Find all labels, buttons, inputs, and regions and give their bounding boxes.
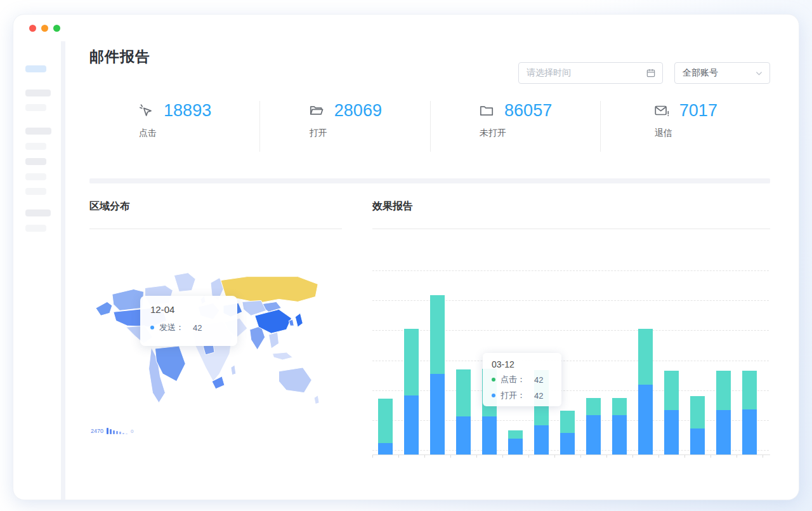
- stacked-bar-chart[interactable]: 03-12 点击： 42 打开： 42: [372, 265, 770, 455]
- stacked-bar[interactable]: [690, 396, 705, 455]
- folder-open-icon: [308, 102, 325, 119]
- bar-segment-click[interactable]: [404, 329, 419, 395]
- map-legend-bar: [122, 433, 124, 434]
- sidebar-item-skeleton[interactable]: [25, 104, 46, 111]
- bar-slot-12[interactable]: [684, 396, 710, 455]
- map-region-australia[interactable]: [279, 368, 312, 393]
- sidebar-item-skeleton[interactable]: [25, 128, 51, 135]
- sidebar-item-skeleton[interactable]: [25, 209, 51, 216]
- bar-segment-open[interactable]: [482, 416, 497, 455]
- map-region-madagascar[interactable]: [231, 365, 236, 375]
- bar-segment-open[interactable]: [560, 433, 575, 455]
- sidebar-item-skeleton[interactable]: [25, 188, 46, 195]
- bar-segment-click[interactable]: [690, 396, 705, 428]
- bar-slot-13[interactable]: [710, 371, 737, 455]
- bar-segment-open[interactable]: [378, 443, 393, 455]
- stacked-bar[interactable]: [742, 371, 757, 455]
- x-axis-tick: [424, 455, 425, 458]
- chart-tooltip: 03-12 点击： 42 打开： 42: [483, 353, 561, 406]
- bar-segment-open[interactable]: [430, 374, 445, 455]
- date-range-input[interactable]: 请选择时间: [518, 62, 663, 84]
- bar-slot-0[interactable]: [372, 399, 398, 455]
- bar-slot-3[interactable]: [450, 369, 476, 455]
- sidebar-item-skeleton[interactable]: [25, 143, 46, 150]
- sidebar-item-skeleton[interactable]: [25, 158, 46, 165]
- bar-segment-click[interactable]: [586, 398, 601, 415]
- map-region-southeast-asia[interactable]: [269, 332, 279, 348]
- bar-segment-click[interactable]: [378, 399, 393, 443]
- map-region-new-zealand[interactable]: [314, 395, 319, 404]
- close-window-icon[interactable]: [29, 25, 36, 32]
- stacked-bar[interactable]: [638, 329, 653, 455]
- sidebar-item-active[interactable]: [25, 65, 46, 72]
- bar-slot-14[interactable]: [737, 371, 763, 455]
- world-map[interactable]: [89, 269, 342, 440]
- zoom-window-icon[interactable]: [53, 25, 60, 32]
- map-region-indonesia[interactable]: [273, 352, 293, 360]
- map-legend-max: 2470: [91, 428, 103, 434]
- map-region-canada-west[interactable]: [112, 289, 144, 311]
- bar-segment-open[interactable]: [638, 385, 653, 455]
- bar-slot-11[interactable]: [658, 371, 684, 455]
- bar-segment-open[interactable]: [534, 425, 549, 455]
- stacked-bar[interactable]: [430, 295, 445, 455]
- sidebar-item-skeleton[interactable]: [25, 173, 46, 180]
- bar-segment-open[interactable]: [690, 428, 705, 455]
- bar-slot-1[interactable]: [398, 329, 424, 455]
- bar-segment-click[interactable]: [638, 329, 653, 385]
- bar-segment-open[interactable]: [404, 395, 419, 455]
- bar-segment-click[interactable]: [456, 369, 471, 416]
- map-region-greenland[interactable]: [174, 273, 195, 292]
- map-legend-bar: [110, 429, 112, 434]
- bar-segment-click[interactable]: [664, 371, 679, 410]
- stacked-bar[interactable]: [508, 430, 523, 455]
- stacked-bar[interactable]: [716, 371, 731, 455]
- bar-segment-open[interactable]: [612, 415, 627, 455]
- stacked-bar[interactable]: [456, 369, 471, 455]
- bar-slot-5[interactable]: [502, 430, 528, 455]
- map-region-alaska[interactable]: [96, 302, 112, 315]
- bar-segment-click[interactable]: [612, 398, 627, 415]
- stat-value: 28069: [334, 101, 382, 121]
- bar-segment-click[interactable]: [508, 430, 523, 439]
- bar-segment-click[interactable]: [560, 411, 575, 433]
- calendar-icon: [646, 68, 656, 78]
- sidebar-item-skeleton[interactable]: [25, 90, 51, 96]
- stacked-bar[interactable]: [560, 411, 575, 455]
- bar-segment-open[interactable]: [664, 410, 679, 455]
- sidebar-item-skeleton[interactable]: [25, 225, 46, 232]
- bar-slot-9[interactable]: [606, 398, 632, 455]
- bar-slot-2[interactable]: [424, 295, 450, 455]
- bar-segment-click[interactable]: [742, 371, 757, 409]
- series-dot-click: [492, 378, 495, 382]
- stat-打开: 28069打开: [259, 101, 429, 152]
- stacked-bar[interactable]: [612, 398, 627, 455]
- stacked-bar[interactable]: [664, 371, 679, 455]
- bar-segment-click[interactable]: [430, 295, 445, 374]
- bar-segment-click[interactable]: [716, 371, 731, 410]
- bar-slot-7[interactable]: [554, 411, 580, 455]
- panel-title-effect: 效果报告: [372, 200, 770, 213]
- stat-value: 7017: [679, 101, 717, 121]
- bar-segment-open[interactable]: [456, 416, 471, 455]
- stacked-bar[interactable]: [586, 398, 601, 455]
- bar-slot-10[interactable]: [632, 329, 658, 455]
- stacked-bar[interactable]: [378, 399, 393, 455]
- x-axis-tick: [554, 455, 555, 458]
- stacked-bar[interactable]: [404, 329, 419, 455]
- bar-segment-open[interactable]: [508, 439, 523, 455]
- account-select[interactable]: 全部账号: [674, 62, 770, 84]
- map-region-korea[interactable]: [289, 319, 294, 326]
- bar-segment-open[interactable]: [716, 410, 731, 455]
- minimize-window-icon[interactable]: [41, 25, 48, 32]
- series-dot-send: [150, 326, 154, 329]
- bar-segment-open[interactable]: [742, 409, 757, 455]
- x-axis-tick: [710, 455, 711, 458]
- map-legend-bar: [113, 430, 115, 434]
- bar-slot-8[interactable]: [580, 398, 606, 455]
- map-legend-min: 0: [131, 428, 133, 434]
- map-region-japan[interactable]: [295, 313, 303, 327]
- chart-tooltip-date: 03-12: [492, 359, 553, 369]
- gridline: [372, 270, 769, 271]
- bar-segment-open[interactable]: [586, 415, 601, 455]
